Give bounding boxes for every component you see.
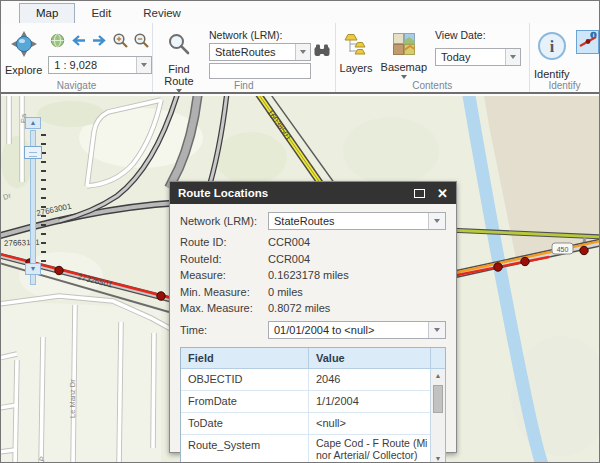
- ribbon-tabs: Map Edit Review: [1, 1, 599, 23]
- table-row[interactable]: OBJECTID 2046: [181, 369, 430, 391]
- dialog-network-combo[interactable]: StateRoutes: [268, 212, 446, 230]
- layers-icon: [343, 32, 369, 60]
- attributes-table: Field Value OBJECTID 2046 FromDate: [180, 347, 446, 463]
- group-find: Find Route Network (LRM): StateRoutes: [153, 23, 336, 92]
- route-shield: 450: [552, 243, 573, 254]
- time-combo[interactable]: 01/01/2004 to <null>: [268, 321, 446, 339]
- time-label: Time:: [180, 324, 268, 336]
- explore-label: Explore: [5, 64, 42, 76]
- field-column-header: Field: [181, 352, 308, 364]
- tab-map[interactable]: Map: [19, 3, 75, 23]
- chevron-down-icon[interactable]: [428, 322, 445, 338]
- zoom-in-icon[interactable]: [111, 31, 130, 49]
- max-measure-value: 0.8072 miles: [268, 302, 330, 314]
- network-label: Network (LRM):: [180, 215, 268, 227]
- chevron-down-icon[interactable]: [505, 49, 520, 65]
- chevron-down-icon[interactable]: [136, 57, 151, 73]
- value-cell: <null>: [308, 413, 430, 434]
- scroll-down-icon[interactable]: ▼: [431, 452, 445, 463]
- group-label-identify: Identify: [530, 80, 599, 91]
- back-arrow-icon[interactable]: [69, 31, 88, 49]
- explore-compass-icon: [10, 30, 38, 62]
- field-cell: FromDate: [181, 391, 308, 412]
- value-cell: Cape Cod - F Route (Minor Arterial/ Coll…: [308, 435, 430, 463]
- network-lrm-value: StateRoutes: [210, 46, 295, 58]
- group-identify: i Identify i Identify: [530, 23, 599, 92]
- identify-route-location-tool[interactable]: i: [576, 30, 599, 54]
- measure-value: 0.1623178 miles: [268, 269, 349, 281]
- dialog-title-bar[interactable]: Route Locations ✕: [170, 182, 456, 204]
- group-label-find: Find: [153, 80, 335, 91]
- value-cell: 2046: [308, 369, 430, 390]
- ribbon: Map Edit Review: [1, 1, 599, 94]
- view-date-label: View Date:: [435, 29, 521, 41]
- field-cell: ToDate: [181, 413, 308, 434]
- street-name-label: Le Manz Dr: [68, 379, 77, 418]
- binoculars-icon[interactable]: [314, 43, 330, 61]
- route-id-label: Route ID:: [180, 236, 268, 248]
- scroll-up-icon[interactable]: ▲: [431, 369, 445, 382]
- field-cell: OBJECTID: [181, 369, 308, 390]
- field-cell: Route_System: [181, 435, 308, 463]
- scrollbar-header-stub: [430, 348, 445, 368]
- dialog-title: Route Locations: [178, 187, 414, 199]
- map-slider: ▲ ▼: [23, 117, 47, 279]
- route-locations-dialog: Route Locations ✕ Network (LRM): StateRo…: [169, 181, 457, 453]
- group-navigate: Explore: [1, 23, 153, 92]
- scrollbar-thumb[interactable]: [433, 385, 443, 413]
- network-lrm-combo[interactable]: StateRoutes: [209, 43, 311, 61]
- view-date-combo[interactable]: Today: [435, 48, 521, 66]
- globe-icon[interactable]: [48, 31, 67, 49]
- app-window: Map Edit Review: [0, 0, 600, 463]
- table-row[interactable]: FromDate 1/1/2004: [181, 391, 430, 413]
- routeid-value: CCR004: [268, 253, 310, 265]
- tab-edit[interactable]: Edit: [75, 4, 127, 23]
- svg-text:450: 450: [557, 246, 569, 253]
- tab-review[interactable]: Review: [127, 4, 197, 23]
- identify-info-icon: i: [536, 30, 568, 66]
- dialog-body: Network (LRM): StateRoutes Route ID: CCR…: [170, 204, 456, 463]
- close-icon[interactable]: ✕: [437, 187, 448, 200]
- identify-label: Identify: [534, 68, 569, 80]
- dialog-network-value: StateRoutes: [269, 215, 428, 227]
- view-date-value: Today: [436, 51, 505, 63]
- group-label-contents: Contents: [336, 80, 529, 91]
- zoom-out-icon[interactable]: [132, 31, 151, 49]
- layers-label: Layers: [340, 62, 373, 74]
- route-value-input[interactable]: [209, 63, 311, 79]
- maximize-icon[interactable]: [414, 189, 425, 198]
- slider-down-button[interactable]: ▼: [25, 263, 41, 275]
- group-label-navigate: Navigate: [1, 80, 152, 91]
- route-info-icon: i: [578, 30, 598, 54]
- route-id-value: CCR004: [268, 236, 310, 248]
- map-scale-value: 1 : 9,028: [49, 59, 136, 71]
- table-rows: OBJECTID 2046 FromDate 1/1/2004 ToDate <…: [181, 369, 430, 463]
- min-measure-value: 0 miles: [268, 286, 303, 298]
- group-contents: Layers Basemap: [336, 23, 530, 92]
- value-column-header: Value: [308, 348, 430, 368]
- svg-text:i: i: [550, 38, 555, 55]
- measure-label: Measure:: [180, 269, 268, 281]
- slider-up-button[interactable]: ▲: [25, 117, 41, 129]
- value-cell: 1/1/2004: [308, 391, 430, 412]
- table-row[interactable]: ToDate <null>: [181, 413, 430, 435]
- map-scale-combo[interactable]: 1 : 9,028: [48, 56, 152, 74]
- network-lrm-label: Network (LRM):: [209, 29, 330, 41]
- chevron-down-icon[interactable]: [295, 44, 310, 60]
- routeid-label: RouteId:: [180, 253, 268, 265]
- chevron-down-icon[interactable]: [428, 213, 445, 229]
- time-value: 01/01/2004 to <null>: [269, 324, 428, 336]
- map-canvas[interactable]: 450 27663001 27663101 27326501 16038501 …: [1, 96, 600, 463]
- find-route-magnifier-icon: [166, 31, 192, 61]
- min-measure-label: Min. Measure:: [180, 286, 268, 298]
- basemap-dropdown-caret: [401, 75, 407, 79]
- ribbon-body: Explore: [1, 23, 599, 92]
- table-header: Field Value: [181, 348, 445, 369]
- table-row[interactable]: Route_System Cape Cod - F Route (Minor A…: [181, 435, 430, 463]
- max-measure-label: Max. Measure:: [180, 302, 268, 314]
- table-scrollbar[interactable]: ▲ ▼: [430, 369, 445, 463]
- basemap-label: Basemap: [381, 61, 427, 73]
- basemap-icon: [393, 33, 415, 59]
- forward-arrow-icon[interactable]: [90, 31, 109, 49]
- slider-thumb[interactable]: [24, 146, 42, 159]
